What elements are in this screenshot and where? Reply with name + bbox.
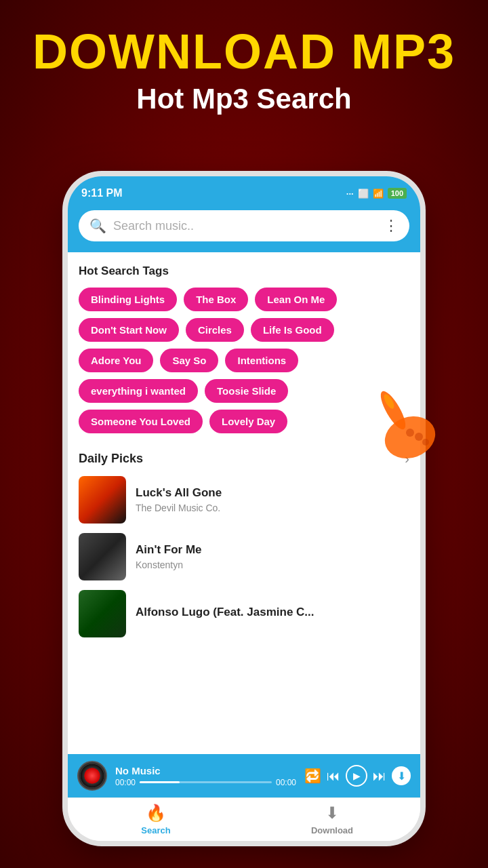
tag-lean-on-me[interactable]: Lean On Me [255,288,337,311]
battery-badge: 100 [388,188,407,199]
tag-circles[interactable]: Circles [186,318,244,342]
search-container: 🔍 Search music.. ⋮ [68,210,420,252]
wifi-icon: 📶 [373,189,384,199]
tag-someone-you-loved[interactable]: Someone You Loved [79,410,203,433]
nav-download-label: Download [311,825,353,835]
search-input[interactable]: Search music.. [113,219,377,233]
prev-icon[interactable]: ⏮ [327,768,340,784]
tags-wrapper: Blinding Lights The Box Lean On Me Don't… [79,288,409,433]
shuffle-icon[interactable]: 🔁 [304,768,321,784]
daily-picks-arrow[interactable]: › [405,451,409,467]
header-area: DOWNLOAD MP3 Hot Mp3 Search [0,0,488,129]
search-nav-icon: 🔥 [146,804,166,823]
bottom-nav: 🔥 Search ⬇ Download [68,797,420,841]
song-name-1: Luck's All Gone [136,486,409,500]
song-thumb-1 [79,476,126,524]
tag-toosie-slide[interactable]: Toosie Slide [205,379,288,403]
song-thumb-3 [79,590,126,637]
now-time-row: 00:00 00:00 [115,778,296,787]
subtitle: Hot Mp3 Search [14,83,474,115]
time-end: 00:00 [276,778,296,787]
tag-the-box[interactable]: The Box [184,288,248,311]
time-start: 00:00 [115,778,136,787]
song-info-3: Alfonso Lugo (Feat. Jasmine C... [136,606,409,622]
menu-dots-icon[interactable]: ⋮ [384,217,399,235]
signal-dots: ··· [346,189,354,199]
song-item-3[interactable]: Alfonso Lugo (Feat. Jasmine C... [79,590,409,637]
tag-say-so[interactable]: Say So [160,349,218,372]
svg-point-5 [422,439,429,446]
song-info-2: Ain't For Me Konstentyn [136,543,409,570]
daily-picks-section: Daily Picks › Luck's All Gone The Devil … [68,439,420,652]
download-icon[interactable]: ⬇ [392,766,411,785]
tag-life-is-good[interactable]: Life Is Good [251,318,334,342]
tag-lovely-day[interactable]: Lovely Day [209,410,287,433]
nav-download[interactable]: ⬇ Download [244,804,420,835]
phone-mockup: 9:11 PM ··· ⬜ 📶 100 🔍 Search music.. ⋮ H… [68,176,420,841]
progress-fill [140,781,179,783]
song-artist-2: Konstentyn [136,559,409,570]
phone-body: Hot Search Tags Blinding Lights The Box … [68,252,420,841]
search-bar[interactable]: 🔍 Search music.. ⋮ [79,210,409,241]
screen-icon: ⬜ [358,189,369,199]
next-icon[interactable]: ⏭ [373,768,386,784]
progress-bar[interactable] [140,781,272,783]
song-info-1: Luck's All Gone The Devil Music Co. [136,486,409,513]
nav-search-label: Search [141,825,170,835]
status-time: 9:11 PM [81,187,122,199]
song-artist-1: The Devil Music Co. [136,502,409,513]
download-nav-icon: ⬇ [325,804,339,823]
tag-intentions[interactable]: Intentions [225,349,298,372]
status-icons: ··· ⬜ 📶 100 [346,188,407,199]
play-button[interactable]: ▶ [346,765,367,787]
vinyl-icon [77,761,107,791]
status-bar: 9:11 PM ··· ⬜ 📶 100 [68,176,420,210]
nav-search[interactable]: 🔥 Search [68,804,244,835]
daily-picks-header: Daily Picks › [79,451,409,467]
now-playing-info: No Music 00:00 00:00 [115,765,296,787]
daily-picks-title: Daily Picks [79,452,143,466]
main-title: DOWNLOAD MP3 [14,27,474,76]
hot-tags-section: Hot Search Tags Blinding Lights The Box … [68,252,420,439]
tag-blinding-lights[interactable]: Blinding Lights [79,288,177,311]
tag-dont-start-now[interactable]: Don't Start Now [79,318,179,342]
search-icon: 🔍 [89,218,106,234]
hot-tags-title: Hot Search Tags [79,264,409,278]
song-name-2: Ain't For Me [136,543,409,557]
song-thumb-2 [79,533,126,580]
tag-adore-you[interactable]: Adore You [79,349,153,372]
song-item-1[interactable]: Luck's All Gone The Devil Music Co. [79,476,409,524]
song-item-2[interactable]: Ain't For Me Konstentyn [79,533,409,580]
now-playing-bar[interactable]: No Music 00:00 00:00 🔁 ⏮ ▶ ⏭ ⬇ [68,754,420,797]
song-name-3: Alfonso Lugo (Feat. Jasmine C... [136,606,409,619]
player-controls: 🔁 ⏮ ▶ ⏭ ⬇ [304,765,411,787]
tag-everything-i-wanted[interactable]: everything i wanted [79,379,198,403]
now-playing-title: No Music [115,765,296,776]
